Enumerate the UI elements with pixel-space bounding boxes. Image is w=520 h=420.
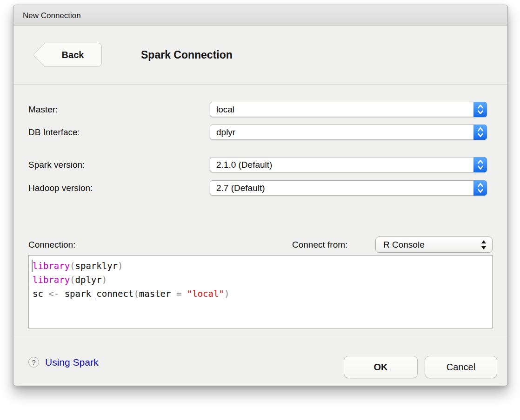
header-divider bbox=[13, 84, 507, 85]
new-connection-dialog: New Connection Back Spark Connection Mas… bbox=[13, 5, 508, 386]
connect-from-select[interactable]: R Console bbox=[375, 236, 493, 253]
connection-code-editor[interactable]: library(sparklyr)library(dplyr)sc <- spa… bbox=[28, 255, 493, 328]
connect-from-label: Connect from: bbox=[292, 236, 347, 253]
hadoop-version-label: Hadoop version: bbox=[28, 180, 93, 196]
help-icon[interactable]: ? bbox=[28, 357, 39, 368]
db-interface-select[interactable]: dplyr bbox=[210, 125, 487, 140]
text-cursor bbox=[32, 260, 33, 272]
using-spark-link[interactable]: Using Spark bbox=[45, 356, 98, 368]
master-label: Master: bbox=[28, 102, 58, 117]
stepper-chevrons-icon bbox=[473, 102, 487, 117]
hadoop-version-value: 2.7 (Default) bbox=[216, 181, 265, 195]
footer-divider bbox=[13, 336, 507, 336]
stepper-chevrons-icon bbox=[473, 125, 487, 140]
master-select[interactable]: local bbox=[210, 102, 487, 117]
hadoop-version-select[interactable]: 2.7 (Default) bbox=[210, 180, 487, 196]
spark-version-label: Spark version: bbox=[28, 157, 85, 172]
back-button[interactable]: Back bbox=[44, 43, 102, 67]
connection-label: Connection: bbox=[28, 236, 75, 253]
connect-from-value: R Console bbox=[383, 237, 425, 252]
cancel-button[interactable]: Cancel bbox=[425, 356, 497, 378]
db-interface-value: dplyr bbox=[216, 125, 235, 139]
code-lines: library(sparklyr)library(dplyr)sc <- spa… bbox=[33, 259, 488, 301]
master-value: local bbox=[216, 102, 234, 117]
spark-version-value: 2.1.0 (Default) bbox=[216, 158, 272, 172]
back-button-label: Back bbox=[44, 43, 101, 66]
window-title: New Connection bbox=[23, 5, 81, 26]
stepper-chevrons-icon bbox=[473, 180, 487, 196]
db-interface-label: DB Interface: bbox=[28, 125, 80, 140]
ok-button[interactable]: OK bbox=[344, 356, 418, 378]
up-down-arrows-icon bbox=[480, 239, 487, 252]
window-titlebar[interactable]: New Connection bbox=[13, 5, 507, 26]
stepper-chevrons-icon bbox=[473, 157, 487, 172]
spark-version-select[interactable]: 2.1.0 (Default) bbox=[210, 157, 487, 172]
page-title: Spark Connection bbox=[141, 43, 233, 67]
